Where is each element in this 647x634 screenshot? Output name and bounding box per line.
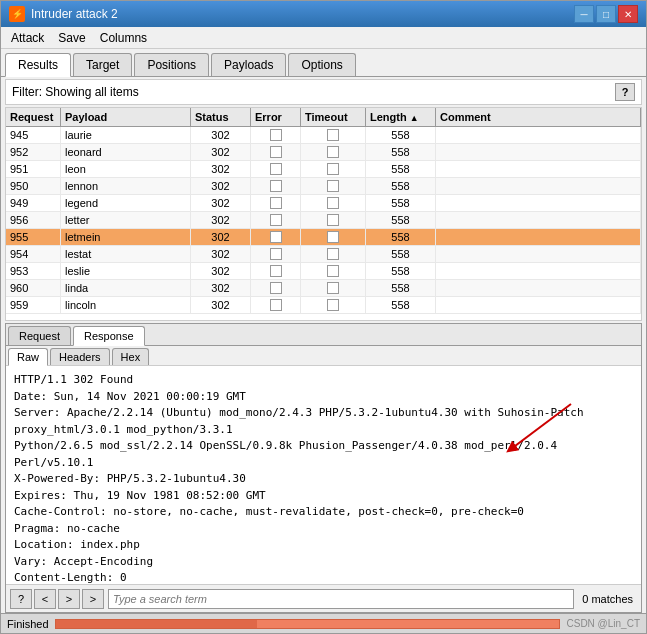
td-status: 302 [191,161,251,177]
table-row[interactable]: 960 linda 302 558 [6,280,641,297]
tab-options[interactable]: Options [288,53,355,76]
td-comment [436,212,641,228]
table-row[interactable]: 945 laurie 302 558 [6,127,641,144]
td-timeout [301,178,366,194]
td-length: 558 [366,161,436,177]
menu-save[interactable]: Save [52,29,91,47]
td-length: 558 [366,246,436,262]
back-button[interactable]: < [34,589,56,609]
td-timeout [301,127,366,143]
help-button[interactable]: ? [10,589,32,609]
td-payload: letter [61,212,191,228]
col-status: Status [191,108,251,126]
menu-columns[interactable]: Columns [94,29,153,47]
td-length: 558 [366,195,436,211]
td-payload: leon [61,161,191,177]
filter-bar: Filter: Showing all items ? [5,79,642,105]
td-timeout [301,161,366,177]
main-window: ⚡ Intruder attack 2 ─ □ ✕ Attack Save Co… [0,0,647,634]
tab-hex[interactable]: Hex [112,348,150,365]
main-tab-bar: Results Target Positions Payloads Option… [1,49,646,77]
td-error [251,161,301,177]
search-input[interactable] [108,589,574,609]
results-table-container: Request Payload Status Error Timeout Len… [5,107,642,321]
tab-headers[interactable]: Headers [50,348,110,365]
menu-attack[interactable]: Attack [5,29,50,47]
td-request: 952 [6,144,61,160]
close-button[interactable]: ✕ [618,5,638,23]
td-status: 302 [191,178,251,194]
td-request: 945 [6,127,61,143]
td-comment [436,127,641,143]
td-error [251,297,301,313]
col-request: Request [6,108,61,126]
menu-bar: Attack Save Columns [1,27,646,49]
minimize-button[interactable]: ─ [574,5,594,23]
td-length: 558 [366,127,436,143]
next-button[interactable]: > [82,589,104,609]
window-title: Intruder attack 2 [31,7,118,21]
title-controls: ─ □ ✕ [574,5,638,23]
tab-positions[interactable]: Positions [134,53,209,76]
matches-label: 0 matches [578,593,637,605]
td-length: 558 [366,212,436,228]
td-error [251,280,301,296]
td-error [251,144,301,160]
bottom-toolbar: ? < > > 0 matches [6,584,641,612]
req-res-tab-bar: Request Response [6,324,641,346]
filter-help-button[interactable]: ? [615,83,635,101]
status-bar: Finished CSDN @Lin_CT [1,613,646,633]
table-row[interactable]: 954 lestat 302 558 [6,246,641,263]
status-text: Finished [7,618,49,630]
response-line: X-Powered-By: PHP/5.3.2-1ubuntu4.30 [14,471,633,488]
td-request: 953 [6,263,61,279]
td-payload: lennon [61,178,191,194]
maximize-button[interactable]: □ [596,5,616,23]
table-row-selected[interactable]: 955 letmein 302 558 [6,229,641,246]
tab-target[interactable]: Target [73,53,132,76]
table-row[interactable]: 952 leonard 302 558 [6,144,641,161]
td-error [251,263,301,279]
table-row[interactable]: 956 letter 302 558 [6,212,641,229]
td-payload: lestat [61,246,191,262]
td-request: 960 [6,280,61,296]
td-request: 955 [6,229,61,245]
tab-payloads[interactable]: Payloads [211,53,286,76]
td-comment [436,229,641,245]
col-comment: Comment [436,108,641,126]
response-line: Cache-Control: no-store, no-cache, must-… [14,504,633,521]
td-payload: linda [61,280,191,296]
col-length[interactable]: Length ▲ [366,108,436,126]
table-row[interactable]: 949 legend 302 558 [6,195,641,212]
table-row[interactable]: 951 leon 302 558 [6,161,641,178]
td-error [251,195,301,211]
title-bar-left: ⚡ Intruder attack 2 [9,6,118,22]
response-line: Vary: Accept-Encoding [14,554,633,571]
forward-button[interactable]: > [58,589,80,609]
td-status: 302 [191,127,251,143]
tab-raw[interactable]: Raw [8,348,48,366]
progress-bar [55,619,561,629]
table-row[interactable]: 953 leslie 302 558 [6,263,641,280]
response-line: HTTP/1.1 302 Found [14,372,633,389]
td-payload: lincoln [61,297,191,313]
col-error: Error [251,108,301,126]
td-status: 302 [191,144,251,160]
tab-request[interactable]: Request [8,326,71,345]
tab-response[interactable]: Response [73,326,145,346]
tab-results[interactable]: Results [5,53,71,77]
td-error [251,246,301,262]
td-timeout [301,144,366,160]
td-timeout [301,229,366,245]
td-length: 558 [366,297,436,313]
table-row[interactable]: 959 lincoln 302 558 [6,297,641,314]
col-timeout: Timeout [301,108,366,126]
td-timeout [301,263,366,279]
td-comment [436,161,641,177]
td-payload: leslie [61,263,191,279]
td-payload: leonard [61,144,191,160]
td-status: 302 [191,229,251,245]
app-icon: ⚡ [9,6,25,22]
td-comment [436,246,641,262]
table-row[interactable]: 950 lennon 302 558 [6,178,641,195]
